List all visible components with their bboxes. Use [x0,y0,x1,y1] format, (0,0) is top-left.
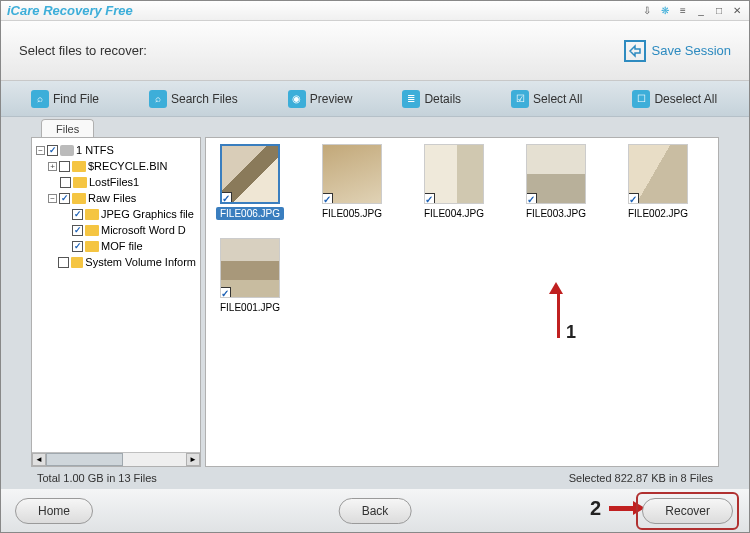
annotation-label-2: 2 [590,497,601,520]
file-item[interactable]: FILE001.JPG [212,238,288,314]
select-all-button[interactable]: ☑Select All [511,90,582,108]
file-thumbnail[interactable] [322,144,382,204]
save-session-label: Save Session [652,43,732,58]
tree-hscrollbar[interactable]: ◄ ► [32,452,200,466]
preview-icon: ◉ [288,90,306,108]
file-name-label: FILE006.JPG [216,207,284,220]
folder-icon [72,161,86,172]
file-name-label: FILE001.JPG [216,301,284,314]
tree-body: −1 NTFS +$RECYCLE.BIN LostFiles1 −Raw Fi… [32,138,200,452]
checkbox[interactable] [58,257,68,268]
tree-jpeg[interactable]: JPEG Graphics file [36,206,196,222]
details-button[interactable]: ≣Details [402,90,461,108]
file-thumbnail[interactable] [424,144,484,204]
checkbox[interactable] [72,241,83,252]
maximize-icon[interactable]: □ [713,5,725,17]
checkbox[interactable] [60,177,71,188]
tree-lostfiles[interactable]: LostFiles1 [36,174,196,190]
titlebar: iCare Recovery Free ⇩ ❋ ≡ _ □ ✕ [1,1,749,21]
statusbar: Total 1.00 GB in 13 Files Selected 822.8… [1,467,749,489]
checkbox[interactable] [72,209,83,220]
toolbar: ⌕Find File ⌕Search Files ◉Preview ≣Detai… [1,81,749,117]
scroll-left-icon[interactable]: ◄ [32,453,46,466]
deselect-all-button[interactable]: ☐Deselect All [632,90,717,108]
recover-highlight: Recover [636,492,739,530]
save-session-button[interactable]: Save Session [624,40,732,62]
tree-svi[interactable]: System Volume Inform [36,254,196,270]
file-checkbox[interactable] [628,193,639,204]
folder-icon [73,177,87,188]
checkbox[interactable] [59,161,70,172]
folder-icon [71,257,84,268]
collapse-icon[interactable]: − [48,194,57,203]
checkbox[interactable] [72,225,83,236]
details-icon: ≣ [402,90,420,108]
status-total: Total 1.00 GB in 13 Files [37,472,569,484]
back-button[interactable]: Back [339,498,412,524]
scroll-thumb[interactable] [46,453,123,466]
folder-icon [85,225,99,236]
checkbox[interactable] [59,193,70,204]
file-item[interactable]: FILE003.JPG [518,144,594,220]
status-selected: Selected 822.87 KB in 8 Files [569,472,713,484]
scroll-track[interactable] [46,453,186,466]
header: Select files to recover: Save Session [1,21,749,81]
file-name-label: FILE003.JPG [522,207,590,220]
annotation-label-1: 1 [566,322,576,343]
scroll-right-icon[interactable]: ► [186,453,200,466]
tree-recycle[interactable]: +$RECYCLE.BIN [36,158,196,174]
save-icon [624,40,646,62]
file-item[interactable]: FILE006.JPG [212,144,288,220]
deselect-all-icon: ☐ [632,90,650,108]
preview-button[interactable]: ◉Preview [288,90,353,108]
tab-files[interactable]: Files [41,119,94,138]
close-icon[interactable]: ✕ [731,5,743,17]
minimize-icon[interactable]: _ [695,5,707,17]
file-thumbnail[interactable] [220,144,280,204]
file-checkbox[interactable] [322,193,333,204]
file-checkbox[interactable] [526,193,537,204]
file-thumbnail[interactable] [526,144,586,204]
file-item[interactable]: FILE004.JPG [416,144,492,220]
recover-button[interactable]: Recover [642,498,733,524]
file-checkbox[interactable] [220,192,232,204]
find-icon: ⌕ [31,90,49,108]
file-checkbox[interactable] [220,287,231,298]
file-thumbnail[interactable] [220,238,280,298]
search-icon: ⌕ [149,90,167,108]
tree-rawfiles[interactable]: −Raw Files [36,190,196,206]
expand-icon[interactable]: + [48,162,57,171]
tab-strip: Files [41,119,94,137]
tree-mof[interactable]: MOF file [36,238,196,254]
checkbox[interactable] [47,145,58,156]
folder-icon [85,209,99,220]
file-name-label: FILE005.JPG [318,207,386,220]
menu-icon[interactable]: ≡ [677,5,689,17]
annotation-arrow-1: 1 [554,282,563,338]
window-controls: ⇩ ❋ ≡ _ □ ✕ [641,5,743,17]
thumbnail-panel: 1 FILE006.JPGFILE005.JPGFILE004.JPGFILE0… [205,137,719,467]
main-area: Files −1 NTFS +$RECYCLE.BIN LostFiles1 −… [1,117,749,467]
tree-root[interactable]: −1 NTFS [36,142,196,158]
download-icon[interactable]: ⇩ [641,5,653,17]
file-item[interactable]: FILE002.JPG [620,144,696,220]
disk-icon [60,145,74,156]
app-title: iCare Recovery Free [7,3,641,18]
file-checkbox[interactable] [424,193,435,204]
tree-word[interactable]: Microsoft Word D [36,222,196,238]
home-button[interactable]: Home [15,498,93,524]
folder-icon [85,241,99,252]
tree-panel: −1 NTFS +$RECYCLE.BIN LostFiles1 −Raw Fi… [31,137,201,467]
select-all-icon: ☑ [511,90,529,108]
file-item[interactable]: FILE005.JPG [314,144,390,220]
find-file-button[interactable]: ⌕Find File [31,90,99,108]
collapse-icon[interactable]: − [36,146,45,155]
file-thumbnail[interactable] [628,144,688,204]
search-files-button[interactable]: ⌕Search Files [149,90,238,108]
file-name-label: FILE004.JPG [420,207,488,220]
globe-icon[interactable]: ❋ [659,5,671,17]
header-prompt: Select files to recover: [19,43,624,58]
folder-icon [72,193,86,204]
footer: Home Back 2 Recover [1,489,749,533]
file-name-label: FILE002.JPG [624,207,692,220]
